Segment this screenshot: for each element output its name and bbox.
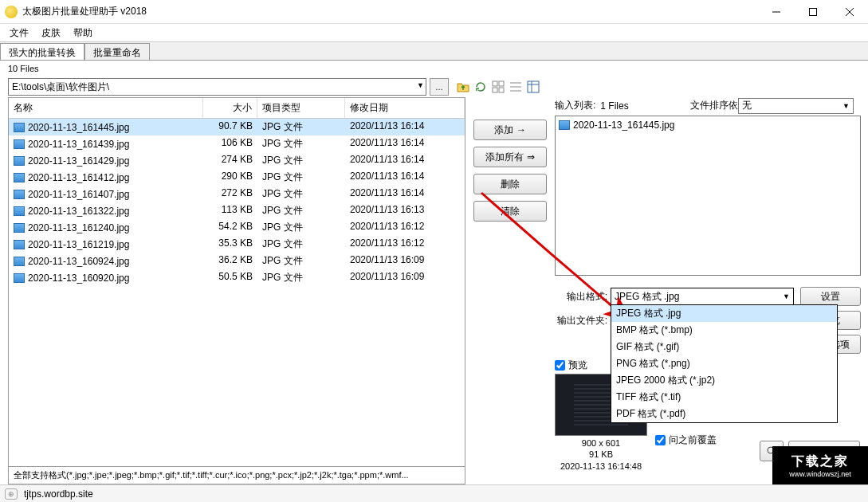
col-type[interactable]: 项目类型 bbox=[257, 98, 345, 118]
image-file-icon bbox=[14, 156, 25, 166]
table-row[interactable]: 2020-11-13_161322.jpg 113 KB JPG 文件 2020… bbox=[9, 202, 465, 219]
table-row[interactable]: 2020-11-13_161240.jpg 54.2 KB JPG 文件 202… bbox=[9, 219, 465, 236]
tab-bar: 强大的批量转换 批量重命名 bbox=[0, 41, 868, 61]
col-date[interactable]: 修改日期 bbox=[345, 98, 465, 118]
table-row[interactable]: 2020-11-13_161412.jpg 290 KB JPG 文件 2020… bbox=[9, 169, 465, 186]
app-icon bbox=[5, 6, 18, 18]
output-folder-label: 输出文件夹: bbox=[555, 314, 607, 327]
maximize-button[interactable] bbox=[795, 0, 831, 24]
format-dropdown[interactable]: JPEG 格式 .jpgBMP 格式 (*.bmp)GIF 格式 (*.gif)… bbox=[611, 304, 838, 423]
chevron-down-icon: ▼ bbox=[842, 102, 850, 110]
svg-rect-4 bbox=[493, 81, 497, 86]
browse-path-button[interactable]: … bbox=[430, 78, 449, 96]
file-list-pane: 名称 大小 项目类型 修改日期 2020-11-13_161445.jpg 90… bbox=[8, 97, 465, 472]
chevron-down-icon: ▼ bbox=[783, 292, 790, 300]
image-file-icon bbox=[14, 190, 25, 199]
menu-help[interactable]: 帮助 bbox=[69, 25, 97, 41]
format-option[interactable]: JPEG 格式 .jpg bbox=[611, 305, 837, 322]
supported-formats-label: 全部支持格式(*.jpg;*.jpe;*.jpeg;*.bmp;*.gif;*.… bbox=[8, 466, 465, 484]
status-url: tjtps.wordbp.site bbox=[24, 488, 93, 500]
input-list-count: 1 Files bbox=[600, 100, 628, 112]
view-list-icon[interactable] bbox=[508, 79, 524, 95]
format-option[interactable]: TIFF 格式 (*.tif) bbox=[611, 389, 837, 406]
path-input[interactable]: E:\tools\桌面\软件图片\ ▼ bbox=[8, 78, 426, 96]
format-option[interactable]: PDF 格式 (*.pdf) bbox=[611, 406, 837, 422]
input-list[interactable]: 2020-11-13_161445.jpg bbox=[555, 116, 861, 276]
table-row[interactable]: 2020-11-13_161445.jpg 90.7 KB JPG 文件 202… bbox=[9, 119, 465, 135]
table-row[interactable]: 2020-11-13_160924.jpg 36.2 KB JPG 文件 202… bbox=[9, 253, 465, 269]
tab-batch-convert[interactable]: 强大的批量转换 bbox=[0, 43, 84, 60]
list-header: 名称 大小 项目类型 修改日期 bbox=[9, 98, 465, 119]
menu-file[interactable]: 文件 bbox=[5, 25, 33, 41]
format-option[interactable]: PNG 格式 (*.png) bbox=[611, 355, 837, 372]
window-title: 太极图片批量处理助手 v2018 bbox=[22, 5, 758, 18]
svg-rect-7 bbox=[499, 88, 504, 92]
add-all-button[interactable]: 添加所有⇒ bbox=[473, 147, 547, 167]
image-file-icon bbox=[14, 206, 25, 216]
preview-checkbox[interactable] bbox=[555, 360, 565, 371]
menu-skin[interactable]: 皮肤 bbox=[37, 25, 65, 41]
image-file-icon bbox=[14, 123, 25, 132]
svg-rect-6 bbox=[493, 88, 497, 92]
table-row[interactable]: 2020-11-13_161407.jpg 272 KB JPG 文件 2020… bbox=[9, 186, 465, 202]
table-row[interactable]: 2020-11-13_161439.jpg 106 KB JPG 文件 2020… bbox=[9, 135, 465, 152]
table-row[interactable]: 2020-11-13_161429.jpg 274 KB JPG 文件 2020… bbox=[9, 152, 465, 169]
menu-bar: 文件 皮肤 帮助 bbox=[0, 24, 868, 41]
settings-button[interactable]: 设置 bbox=[800, 287, 861, 306]
preview-info: 900 x 601 91 KB 2020-11-13 16:14:48 bbox=[555, 436, 647, 472]
clear-button[interactable]: 清除 bbox=[473, 201, 547, 222]
col-size[interactable]: 大小 bbox=[203, 98, 257, 118]
path-bar: E:\tools\桌面\软件图片\ ▼ … bbox=[0, 76, 868, 97]
arrow-right-icon: → bbox=[516, 124, 526, 135]
path-text: E:\tools\桌面\软件图片\ bbox=[12, 80, 109, 94]
svg-rect-11 bbox=[528, 81, 539, 92]
image-file-icon bbox=[559, 120, 570, 130]
format-option[interactable]: JPEG 2000 格式 (*.jp2) bbox=[611, 372, 837, 389]
title-bar: 太极图片批量处理助手 v2018 bbox=[0, 0, 868, 24]
watermark: 下载之家 www.windowszj.net bbox=[772, 446, 868, 484]
minimize-button[interactable] bbox=[758, 0, 795, 24]
table-row[interactable]: 2020-11-13_160920.jpg 50.5 KB JPG 文件 202… bbox=[9, 269, 465, 286]
input-list-label: 输入列表: bbox=[555, 99, 595, 112]
format-option[interactable]: BMP 格式 (*.bmp) bbox=[611, 322, 837, 339]
globe-icon: ⊕ bbox=[5, 488, 18, 500]
file-count-label: 10 Files bbox=[0, 61, 868, 76]
output-format-select[interactable]: JPEG 格式 .jpg ▼ bbox=[611, 288, 794, 305]
svg-rect-1 bbox=[810, 8, 817, 15]
status-bar: ⊕ tjtps.wordbp.site bbox=[0, 484, 868, 502]
overwrite-label: 问之前覆盖 bbox=[669, 433, 717, 447]
overwrite-checkbox[interactable] bbox=[655, 435, 666, 445]
refresh-icon[interactable] bbox=[473, 79, 489, 95]
image-file-icon bbox=[14, 223, 25, 233]
view-icons-icon[interactable] bbox=[490, 79, 506, 95]
table-row[interactable]: 2020-11-13_161219.jpg 35.3 KB JPG 文件 202… bbox=[9, 236, 465, 253]
tab-batch-rename[interactable]: 批量重命名 bbox=[84, 43, 150, 60]
image-file-icon bbox=[14, 240, 25, 249]
image-file-icon bbox=[14, 173, 25, 182]
col-name[interactable]: 名称 bbox=[9, 98, 203, 118]
format-option[interactable]: GIF 格式 (*.gif) bbox=[611, 339, 837, 355]
image-file-icon bbox=[14, 273, 25, 283]
delete-button[interactable]: 删除 bbox=[473, 174, 547, 194]
view-details-icon[interactable] bbox=[525, 79, 541, 95]
image-file-icon bbox=[14, 257, 25, 266]
preview-label: 预览 bbox=[568, 359, 587, 372]
output-format-label: 输出格式: bbox=[555, 290, 607, 304]
folder-up-icon[interactable] bbox=[455, 79, 471, 95]
sort-select[interactable]: 无▼ bbox=[738, 98, 854, 114]
list-item[interactable]: 2020-11-13_161445.jpg bbox=[559, 120, 857, 131]
add-button[interactable]: 添加→ bbox=[473, 120, 547, 140]
double-arrow-right-icon: ⇒ bbox=[527, 151, 535, 163]
svg-rect-5 bbox=[499, 81, 504, 86]
image-file-icon bbox=[14, 139, 25, 149]
close-button[interactable] bbox=[831, 0, 868, 24]
